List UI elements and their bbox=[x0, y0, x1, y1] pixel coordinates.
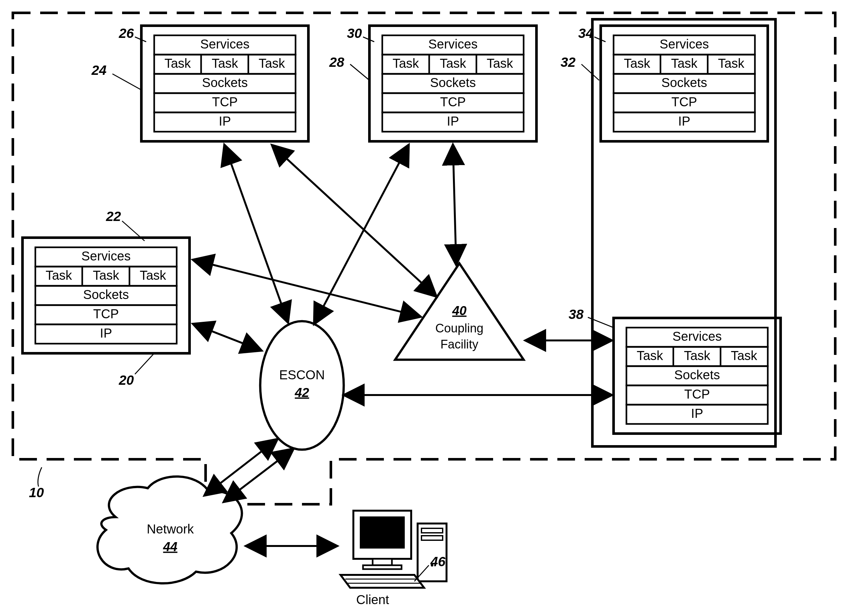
lead-10 bbox=[38, 467, 42, 487]
stack-ip: IP bbox=[678, 114, 690, 128]
lead-20 bbox=[135, 353, 154, 374]
stack-task: Task bbox=[212, 56, 238, 70]
stack-task: Task bbox=[624, 56, 651, 70]
diagram-svg: Services Task Task Task Sockets TCP IP S… bbox=[0, 0, 850, 616]
stack-task: Task bbox=[165, 56, 191, 70]
coupling-label-1: Coupling bbox=[435, 321, 483, 335]
label-10: 10 bbox=[29, 485, 44, 500]
stack-28: Services Task Task Task Sockets TCP IP bbox=[370, 26, 536, 141]
label-42: 42 bbox=[295, 386, 309, 399]
arrow-28-cf bbox=[453, 146, 456, 263]
label-20: 20 bbox=[119, 372, 134, 388]
stack-tcp: TCP bbox=[684, 387, 710, 401]
svg-rect-42 bbox=[373, 559, 392, 565]
arrow-24-cf bbox=[273, 146, 435, 296]
stack-ip: IP bbox=[691, 406, 703, 420]
label-34: 34 bbox=[578, 26, 593, 41]
stack-task: Task bbox=[140, 268, 166, 282]
network-label: Network bbox=[147, 522, 195, 536]
stack-sockets: Sockets bbox=[674, 368, 720, 382]
label-28: 28 bbox=[329, 55, 344, 70]
client-label: Client bbox=[356, 592, 389, 607]
label-32: 32 bbox=[561, 55, 576, 70]
diagram-canvas: Services Task Task Task Sockets TCP IP S… bbox=[0, 0, 850, 616]
stack-tcp: TCP bbox=[671, 95, 697, 109]
stack-32: Services Task Task Task Sockets TCP IP bbox=[601, 26, 768, 141]
stack-task: Task bbox=[718, 56, 745, 70]
arrow-20-cf bbox=[195, 260, 419, 316]
svg-rect-41 bbox=[360, 516, 405, 549]
stack-services: Services bbox=[660, 37, 709, 51]
label-44: 44 bbox=[163, 540, 178, 554]
stack-sockets: Sockets bbox=[661, 75, 707, 90]
label-40: 40 bbox=[452, 304, 467, 318]
coupling-label-2: Facility bbox=[440, 338, 478, 351]
stack-38: Services Task Task Task Sockets TCP IP bbox=[614, 318, 781, 434]
stack-task: Task bbox=[259, 56, 285, 70]
label-26: 26 bbox=[119, 26, 134, 41]
arrow-escon-net-1 bbox=[206, 440, 276, 495]
arrow-20-escon bbox=[195, 324, 260, 350]
label-46: 46 bbox=[431, 554, 446, 570]
stack-tcp: TCP bbox=[212, 95, 238, 109]
stack-20: Services Task Task Task Sockets TCP IP bbox=[22, 238, 190, 353]
stack-task: Task bbox=[684, 348, 711, 363]
lead-32 bbox=[581, 64, 599, 80]
stack-task: Task bbox=[93, 268, 120, 282]
escon-label: ESCON bbox=[279, 368, 325, 382]
stack-sockets: Sockets bbox=[202, 75, 248, 90]
stack-tcp: TCP bbox=[440, 95, 466, 109]
label-22: 22 bbox=[106, 209, 121, 224]
stack-task: Task bbox=[392, 56, 419, 70]
label-38: 38 bbox=[569, 307, 584, 322]
stack-task: Task bbox=[46, 268, 72, 282]
arrow-28-escon bbox=[315, 146, 408, 323]
stack-task: Task bbox=[440, 56, 467, 70]
label-30: 30 bbox=[347, 26, 362, 41]
lead-28 bbox=[350, 64, 370, 80]
arrow-24-escon bbox=[225, 146, 287, 321]
stack-task: Task bbox=[637, 348, 663, 363]
stack-task: Task bbox=[487, 56, 513, 70]
stack-ip: IP bbox=[447, 114, 459, 128]
stack-sockets: Sockets bbox=[83, 287, 129, 302]
stack-services: Services bbox=[200, 37, 249, 51]
stack-services: Services bbox=[428, 37, 477, 51]
svg-rect-43 bbox=[363, 565, 401, 569]
stack-services: Services bbox=[672, 329, 721, 343]
stack-tcp: TCP bbox=[93, 307, 119, 321]
stack-ip: IP bbox=[219, 114, 231, 128]
arrow-escon-net-2 bbox=[225, 450, 292, 501]
stack-sockets: Sockets bbox=[430, 75, 476, 90]
stack-services: Services bbox=[81, 249, 130, 263]
stack-24: Services Task Task Task Sockets TCP IP bbox=[141, 26, 308, 141]
stack-task: Task bbox=[671, 56, 698, 70]
stack-ip: IP bbox=[100, 326, 112, 340]
client-computer-icon bbox=[341, 511, 446, 588]
stack-task: Task bbox=[731, 348, 757, 363]
lead-24 bbox=[112, 74, 141, 90]
label-24: 24 bbox=[91, 63, 107, 78]
